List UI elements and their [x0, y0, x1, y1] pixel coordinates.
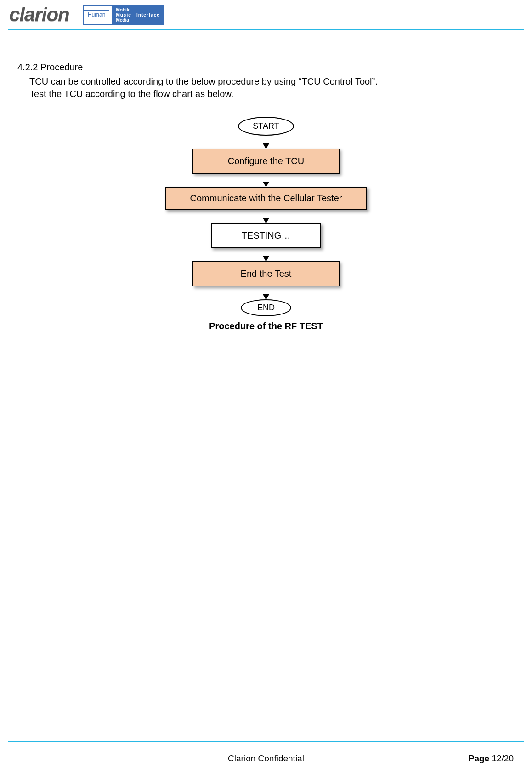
flow-start: START: [238, 117, 294, 136]
flow-end: END: [241, 299, 291, 316]
flow-step-configure: Configure the TCU: [192, 149, 340, 174]
mmm-line3: Media: [116, 17, 129, 23]
section-line1: TCU can be controlled according to the b…: [29, 75, 515, 88]
section-heading: 4.2.2 Procedure: [17, 62, 515, 73]
footer-confidential: Clarion Confidential: [228, 754, 304, 764]
footer-rule: [8, 741, 524, 742]
arrow-icon: [266, 136, 266, 149]
flow-step-communicate: Communicate with the Cellular Tester: [165, 187, 367, 210]
mmm-suffix: Interface: [136, 12, 160, 17]
arrow-icon: [266, 286, 266, 299]
page-label: Page: [469, 754, 492, 763]
page-header: clarion Human Mobile Music Interface Med…: [0, 0, 532, 29]
section-line2: Test the TCU according to the flow chart…: [29, 88, 515, 100]
arrow-icon: [266, 174, 266, 187]
footer-page: Page 12/20: [469, 754, 514, 764]
clarion-logo: clarion: [9, 4, 69, 26]
flow-step-testing: TESTING…: [211, 223, 321, 248]
mmm-line2: Music: [116, 12, 131, 17]
human-interface-badge: Human Mobile Music Interface Media: [83, 5, 164, 25]
section-body: TCU can be controlled according to the b…: [17, 75, 515, 100]
content-area: 4.2.2 Procedure TCU can be controlled ac…: [0, 30, 532, 332]
arrow-icon: [266, 210, 266, 223]
flow-step-end-test: End the Test: [192, 261, 340, 286]
flowchart: START Configure the TCU Communicate with…: [17, 117, 515, 332]
mmm-box: Mobile Music Interface Media: [112, 6, 163, 24]
page-number: 12/20: [492, 754, 514, 763]
human-label: Human: [84, 10, 110, 19]
flow-caption: Procedure of the RF TEST: [209, 321, 323, 332]
arrow-icon: [266, 248, 266, 261]
mmm-line1: Mobile: [116, 7, 130, 12]
